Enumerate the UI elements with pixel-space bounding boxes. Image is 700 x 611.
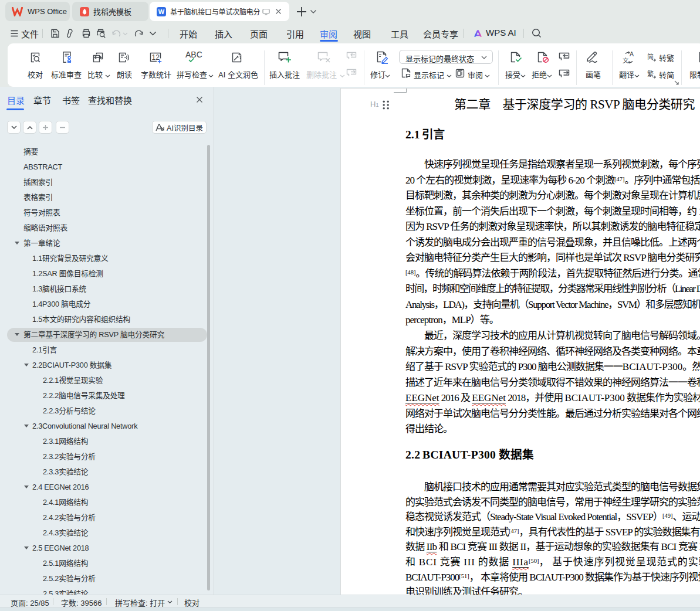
svg-text:文: 文 — [623, 57, 629, 64]
svg-text:ABC: ABC — [185, 50, 202, 59]
svg-text:W: W — [158, 8, 165, 15]
svg-text:简: 简 — [647, 53, 654, 60]
svg-text:繁: 繁 — [647, 70, 654, 77]
svg-text:12: 12 — [152, 53, 160, 62]
svg-text:A: A — [630, 51, 634, 57]
